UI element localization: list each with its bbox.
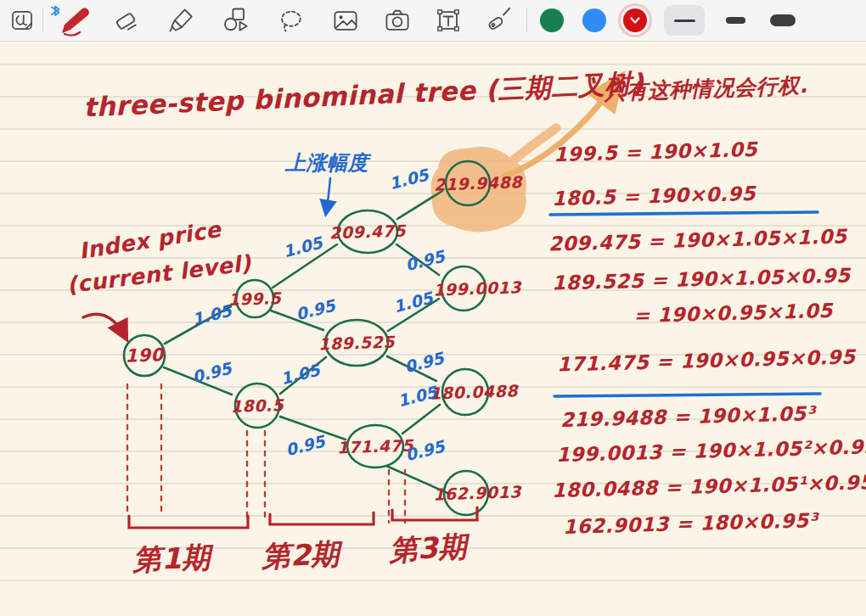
- period-label-1: 第1期: [132, 538, 211, 580]
- pen-icon: [49, 3, 93, 37]
- index-price-arrow: [83, 314, 126, 338]
- up-move-arrow: [326, 178, 330, 213]
- shapes-tool-button[interactable]: [217, 3, 255, 37]
- toolbar-divider: [42, 8, 43, 32]
- toolbar-divider: [526, 8, 527, 32]
- pen-tool-button[interactable]: [48, 3, 95, 37]
- tree-node-value: 209.475: [329, 221, 407, 242]
- thickness-medium-button[interactable]: [715, 5, 756, 36]
- thick-stroke-icon: [770, 14, 796, 26]
- laser-pointer-icon: [481, 5, 511, 36]
- up-move-label: 上涨幅度: [285, 149, 368, 176]
- tree-node-value: 190: [125, 344, 164, 367]
- lasso-icon: [275, 5, 306, 36]
- color-swatch-blue[interactable]: [582, 8, 606, 32]
- image-icon: [330, 5, 361, 36]
- tree-node-value: 180.5: [230, 395, 284, 416]
- eraser-tool-button[interactable]: [107, 3, 144, 37]
- tree-node-value: 189.525: [318, 332, 396, 353]
- camera-icon: [382, 5, 413, 36]
- shapes-icon: [221, 5, 251, 36]
- tree-node-circles: [124, 161, 490, 515]
- toolbar: [0, 0, 866, 42]
- camera-tool-button[interactable]: [379, 3, 416, 37]
- highlighter-tool-button[interactable]: [163, 3, 200, 37]
- period-label-2: 第2期: [261, 535, 340, 576]
- thickness-thin-button[interactable]: [664, 5, 705, 36]
- bluetooth-icon: [52, 6, 59, 15]
- tree-node-value-highlighted: 219.9488: [434, 172, 522, 194]
- color-swatch-red-selected[interactable]: [623, 8, 647, 32]
- thin-stroke-icon: [674, 20, 695, 22]
- chevron-down-icon: [629, 15, 641, 25]
- text-icon: [433, 5, 464, 36]
- image-tool-button[interactable]: [327, 3, 364, 37]
- laser-pointer-tool-button[interactable]: [477, 3, 515, 37]
- highlighter-icon: [166, 5, 197, 36]
- lasso-tool-button[interactable]: [272, 3, 309, 37]
- tree-node-value: 162.9013: [433, 482, 521, 504]
- period-label-3: 第3期: [388, 528, 468, 571]
- tree-node-value: 171.475: [337, 435, 414, 456]
- color-swatch-green[interactable]: [540, 8, 564, 32]
- text-tool-button[interactable]: [430, 3, 467, 37]
- thickness-thick-button[interactable]: [762, 5, 803, 36]
- tree-node-value: 180.0488: [430, 381, 518, 403]
- period-brackets: [129, 507, 477, 528]
- page-thumbnail-icon: [8, 6, 37, 35]
- note-canvas[interactable]: three-step binominal tree (三期二叉树) 只有这种情况…: [0, 41, 866, 616]
- eraser-icon: [110, 5, 141, 36]
- tree-node-value: 199.5: [228, 288, 281, 309]
- medium-stroke-icon: [726, 17, 745, 24]
- tree-node-value: 199.0013: [433, 277, 521, 300]
- note-app-window: three-step binominal tree (三期二叉树) 只有这种情况…: [0, 0, 866, 616]
- page-thumbnail-button[interactable]: [3, 3, 41, 37]
